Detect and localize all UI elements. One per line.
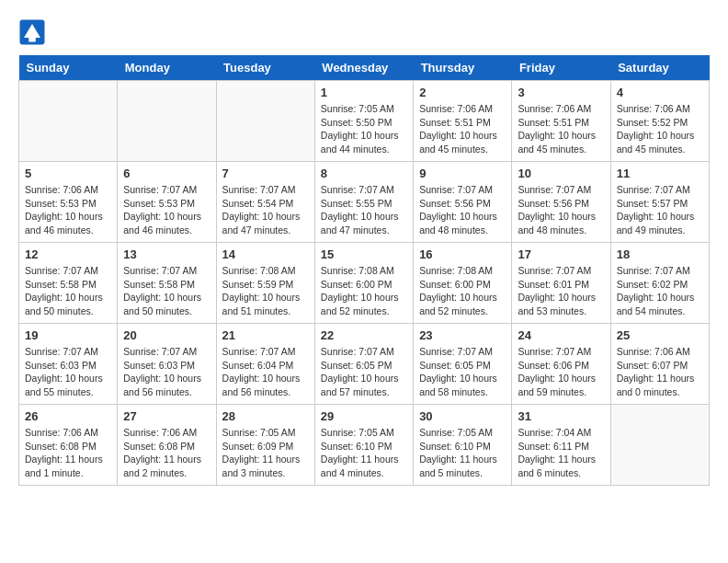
day-number: 27 [123, 409, 210, 423]
day-number: 2 [419, 86, 506, 99]
day-info: Sunrise: 7:07 AM Sunset: 6:03 PM Dayligh… [123, 345, 210, 399]
calendar-day-8: 8Sunrise: 7:07 AM Sunset: 5:55 PM Daylig… [314, 162, 413, 243]
day-info: Sunrise: 7:08 AM Sunset: 6:00 PM Dayligh… [321, 264, 407, 318]
day-info: Sunrise: 7:06 AM Sunset: 5:52 PM Dayligh… [617, 102, 703, 156]
day-info: Sunrise: 7:06 AM Sunset: 5:51 PM Dayligh… [518, 102, 604, 156]
calendar-day-6: 6Sunrise: 7:07 AM Sunset: 5:53 PM Daylig… [118, 162, 216, 243]
calendar-day-23: 23Sunrise: 7:07 AM Sunset: 6:05 PM Dayli… [414, 324, 512, 405]
day-info: Sunrise: 7:06 AM Sunset: 6:08 PM Dayligh… [25, 426, 111, 480]
day-info: Sunrise: 7:07 AM Sunset: 6:02 PM Dayligh… [617, 264, 703, 318]
day-info: Sunrise: 7:04 AM Sunset: 6:11 PM Dayligh… [518, 426, 604, 480]
day-number: 16 [419, 247, 506, 261]
weekday-header-row: SundayMondayTuesdayWednesdayThursdayFrid… [19, 55, 710, 81]
day-number: 18 [617, 247, 703, 261]
calendar-day-19: 19Sunrise: 7:07 AM Sunset: 6:03 PM Dayli… [19, 324, 118, 405]
weekday-header-thursday: Thursday [414, 55, 512, 81]
calendar-day-10: 10Sunrise: 7:07 AM Sunset: 5:56 PM Dayli… [512, 162, 610, 243]
calendar-day-27: 27Sunrise: 7:06 AM Sunset: 6:08 PM Dayli… [118, 405, 216, 486]
calendar-day-31: 31Sunrise: 7:04 AM Sunset: 6:11 PM Dayli… [512, 405, 610, 486]
day-number: 22 [321, 328, 407, 342]
calendar-day-11: 11Sunrise: 7:07 AM Sunset: 5:57 PM Dayli… [610, 162, 709, 243]
day-number: 7 [222, 167, 309, 180]
day-info: Sunrise: 7:07 AM Sunset: 6:05 PM Dayligh… [419, 345, 506, 399]
day-info: Sunrise: 7:05 AM Sunset: 6:10 PM Dayligh… [419, 426, 506, 480]
day-number: 21 [222, 328, 309, 342]
calendar-week-row: 19Sunrise: 7:07 AM Sunset: 6:03 PM Dayli… [19, 324, 710, 405]
calendar-day-26: 26Sunrise: 7:06 AM Sunset: 6:08 PM Dayli… [19, 405, 118, 486]
day-info: Sunrise: 7:07 AM Sunset: 5:58 PM Dayligh… [25, 264, 111, 318]
day-info: Sunrise: 7:07 AM Sunset: 6:06 PM Dayligh… [518, 345, 604, 399]
day-number: 28 [222, 409, 309, 423]
day-number: 15 [321, 247, 407, 261]
day-number: 9 [419, 167, 506, 180]
logo-icon [18, 18, 46, 46]
day-number: 4 [617, 86, 703, 99]
calendar-day-25: 25Sunrise: 7:06 AM Sunset: 6:07 PM Dayli… [610, 324, 709, 405]
day-info: Sunrise: 7:07 AM Sunset: 5:56 PM Dayligh… [419, 183, 506, 237]
calendar-day-17: 17Sunrise: 7:07 AM Sunset: 6:01 PM Dayli… [512, 243, 610, 324]
calendar-week-row: 26Sunrise: 7:06 AM Sunset: 6:08 PM Dayli… [19, 405, 710, 486]
calendar-day-21: 21Sunrise: 7:07 AM Sunset: 6:04 PM Dayli… [216, 324, 314, 405]
weekday-header-saturday: Saturday [610, 55, 709, 81]
day-info: Sunrise: 7:08 AM Sunset: 6:00 PM Dayligh… [419, 264, 506, 318]
day-number: 23 [419, 328, 506, 342]
day-info: Sunrise: 7:06 AM Sunset: 6:07 PM Dayligh… [617, 345, 703, 399]
weekday-header-wednesday: Wednesday [314, 55, 413, 81]
calendar-day-12: 12Sunrise: 7:07 AM Sunset: 5:58 PM Dayli… [19, 243, 118, 324]
day-number: 24 [518, 328, 604, 342]
calendar-day-22: 22Sunrise: 7:07 AM Sunset: 6:05 PM Dayli… [314, 324, 413, 405]
day-info: Sunrise: 7:07 AM Sunset: 6:04 PM Dayligh… [222, 345, 309, 399]
day-info: Sunrise: 7:06 AM Sunset: 5:51 PM Dayligh… [419, 102, 506, 156]
day-info: Sunrise: 7:07 AM Sunset: 6:03 PM Dayligh… [25, 345, 111, 399]
weekday-header-sunday: Sunday [19, 55, 118, 81]
calendar-day-13: 13Sunrise: 7:07 AM Sunset: 5:58 PM Dayli… [118, 243, 216, 324]
calendar-day-empty [610, 405, 709, 486]
calendar-day-4: 4Sunrise: 7:06 AM Sunset: 5:52 PM Daylig… [610, 81, 709, 162]
calendar-day-9: 9Sunrise: 7:07 AM Sunset: 5:56 PM Daylig… [414, 162, 512, 243]
day-info: Sunrise: 7:07 AM Sunset: 5:55 PM Dayligh… [321, 183, 407, 237]
day-info: Sunrise: 7:07 AM Sunset: 6:05 PM Dayligh… [321, 345, 407, 399]
day-info: Sunrise: 7:08 AM Sunset: 5:59 PM Dayligh… [222, 264, 309, 318]
calendar-day-15: 15Sunrise: 7:08 AM Sunset: 6:00 PM Dayli… [314, 243, 413, 324]
day-info: Sunrise: 7:06 AM Sunset: 6:08 PM Dayligh… [123, 426, 210, 480]
day-number: 17 [518, 247, 604, 261]
day-number: 14 [222, 247, 309, 261]
day-number: 30 [419, 409, 506, 423]
day-info: Sunrise: 7:06 AM Sunset: 5:53 PM Dayligh… [25, 183, 111, 237]
calendar-day-empty [216, 81, 314, 162]
day-number: 31 [518, 409, 604, 423]
day-number: 8 [321, 167, 407, 180]
svg-rect-2 [28, 38, 36, 42]
day-info: Sunrise: 7:07 AM Sunset: 5:56 PM Dayligh… [518, 183, 604, 237]
day-number: 13 [123, 247, 210, 261]
day-number: 5 [25, 167, 111, 180]
calendar-day-29: 29Sunrise: 7:05 AM Sunset: 6:10 PM Dayli… [314, 405, 413, 486]
calendar-day-7: 7Sunrise: 7:07 AM Sunset: 5:54 PM Daylig… [216, 162, 314, 243]
calendar-day-empty [118, 81, 216, 162]
page-header [18, 18, 710, 46]
day-number: 25 [617, 328, 703, 342]
calendar-day-18: 18Sunrise: 7:07 AM Sunset: 6:02 PM Dayli… [610, 243, 709, 324]
calendar-day-14: 14Sunrise: 7:08 AM Sunset: 5:59 PM Dayli… [216, 243, 314, 324]
calendar-day-empty [19, 81, 118, 162]
day-number: 12 [25, 247, 111, 261]
day-info: Sunrise: 7:05 AM Sunset: 6:09 PM Dayligh… [222, 426, 309, 480]
weekday-header-friday: Friday [512, 55, 610, 81]
day-number: 10 [518, 167, 604, 180]
weekday-header-monday: Monday [118, 55, 216, 81]
calendar-day-16: 16Sunrise: 7:08 AM Sunset: 6:00 PM Dayli… [414, 243, 512, 324]
day-number: 11 [617, 167, 703, 180]
calendar-day-3: 3Sunrise: 7:06 AM Sunset: 5:51 PM Daylig… [512, 81, 610, 162]
day-number: 1 [321, 86, 407, 99]
day-number: 6 [123, 167, 210, 180]
day-info: Sunrise: 7:07 AM Sunset: 6:01 PM Dayligh… [518, 264, 604, 318]
calendar-day-30: 30Sunrise: 7:05 AM Sunset: 6:10 PM Dayli… [414, 405, 512, 486]
calendar-day-20: 20Sunrise: 7:07 AM Sunset: 6:03 PM Dayli… [118, 324, 216, 405]
calendar-day-24: 24Sunrise: 7:07 AM Sunset: 6:06 PM Dayli… [512, 324, 610, 405]
calendar-week-row: 12Sunrise: 7:07 AM Sunset: 5:58 PM Dayli… [19, 243, 710, 324]
day-info: Sunrise: 7:07 AM Sunset: 5:54 PM Dayligh… [222, 183, 309, 237]
day-info: Sunrise: 7:07 AM Sunset: 5:58 PM Dayligh… [123, 264, 210, 318]
calendar-day-2: 2Sunrise: 7:06 AM Sunset: 5:51 PM Daylig… [414, 81, 512, 162]
calendar-day-1: 1Sunrise: 7:05 AM Sunset: 5:50 PM Daylig… [314, 81, 413, 162]
day-info: Sunrise: 7:07 AM Sunset: 5:57 PM Dayligh… [617, 183, 703, 237]
